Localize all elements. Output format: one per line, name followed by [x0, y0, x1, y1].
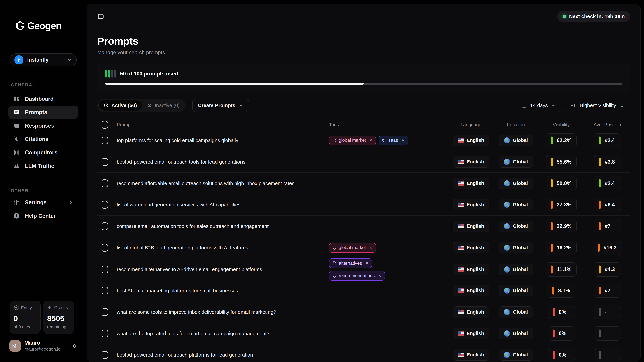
language-label: English — [466, 138, 484, 143]
globe-icon — [504, 159, 510, 165]
position-metric: - — [594, 305, 621, 319]
position-bar-icon — [599, 158, 601, 166]
sidebar-item-help-center[interactable]: Help Center — [8, 209, 78, 223]
sidebar-item-label: Competitors — [25, 149, 57, 156]
sidebar-item-prompts[interactable]: Prompts — [8, 106, 78, 119]
row-checkbox[interactable] — [102, 266, 108, 273]
status-dot-icon — [563, 15, 566, 18]
row-checkbox[interactable] — [102, 158, 108, 166]
workspace-selector[interactable]: Instantly — [10, 53, 77, 66]
table-row[interactable]: recommend alternatives to AI-driven emai… — [98, 258, 630, 280]
position-bar-icon — [599, 351, 601, 359]
credits-card-value: 8505 — [47, 314, 70, 323]
date-range-button[interactable]: 14 days — [516, 99, 561, 112]
row-checkbox[interactable] — [102, 244, 108, 252]
tab-active-label: Active (50) — [111, 103, 137, 108]
table-row[interactable]: list of warm lead generation services wi… — [98, 194, 630, 215]
globe-icon — [504, 267, 510, 273]
position-bar-icon — [599, 136, 601, 144]
row-checkbox[interactable] — [102, 308, 108, 316]
credits-card: Credits 8505 remaining — [43, 301, 74, 334]
us-flag-icon — [458, 289, 464, 293]
remove-tag-icon[interactable]: ✕ — [378, 273, 382, 278]
us-flag-icon — [458, 310, 464, 314]
row-checkbox[interactable] — [102, 287, 108, 295]
remove-tag-icon[interactable]: ✕ — [369, 245, 373, 250]
table-row[interactable]: best AI-powered email outreach platforms… — [98, 344, 630, 362]
sidebar-item-competitors[interactable]: Competitors — [8, 146, 78, 159]
geogen-logo-icon — [15, 20, 26, 31]
location-pill: Global — [499, 156, 533, 168]
column-header-tags: Tags — [322, 120, 448, 130]
sidebar-item-responses[interactable]: Responses — [8, 119, 78, 132]
table-row[interactable]: top platforms for scaling cold email cam… — [98, 130, 630, 151]
table-row[interactable]: what are the top-rated tools for smart e… — [98, 323, 630, 344]
prompt-text: recommend affordable email outreach solu… — [117, 180, 294, 186]
sidebar-item-settings[interactable]: Settings — [8, 196, 78, 209]
app-title: Geogen — [27, 20, 62, 31]
row-checkbox[interactable] — [102, 351, 108, 359]
table-row[interactable]: list of global B2B lead generation platf… — [98, 237, 630, 258]
prompts-icon — [13, 109, 20, 115]
create-prompts-button[interactable]: Create Prompts — [192, 99, 249, 112]
tag-pill[interactable]: global market✕ — [329, 243, 376, 253]
visibility-bar-icon — [551, 201, 553, 209]
sidebar: Geogen Instantly GENERAL Dashboard Promp… — [0, 0, 87, 362]
tab-active[interactable]: Active (50) — [98, 100, 142, 111]
table-row[interactable]: recommend affordable email outreach solu… — [98, 172, 630, 194]
tag-label: saas — [388, 138, 398, 143]
table-row[interactable]: best AI-powered email outreach tools for… — [98, 151, 630, 172]
us-flag-icon — [458, 246, 464, 250]
visibility-value: 0% — [559, 331, 566, 337]
position-bar-icon — [599, 266, 601, 274]
row-checkbox[interactable] — [102, 201, 108, 209]
row-checkbox[interactable] — [102, 137, 108, 144]
app-logo: Geogen — [15, 20, 62, 31]
tag-pill[interactable]: saas✕ — [379, 136, 408, 145]
language-label: English — [466, 267, 484, 272]
row-checkbox[interactable] — [102, 330, 108, 337]
prompts-table: Prompt Tags Language Location Visibility… — [97, 120, 630, 362]
tag-icon — [382, 138, 386, 143]
position-value: #6.4 — [605, 202, 615, 208]
competitors-icon — [13, 149, 20, 156]
sidebar-item-citations[interactable]: Citations — [8, 132, 78, 146]
workspace-label: Instantly — [27, 57, 48, 63]
sidebar-item-llm-traffic[interactable]: LLM Traffic — [8, 159, 78, 173]
sort-descending-icon — [570, 103, 576, 108]
tag-pill[interactable]: global market✕ — [329, 136, 376, 145]
visibility-bar-icon — [553, 308, 555, 316]
credits-card-sub: remaining — [47, 324, 70, 330]
sidebar-item-dashboard[interactable]: Dashboard — [8, 92, 78, 106]
remove-tag-icon[interactable]: ✕ — [365, 261, 368, 266]
tag-pill[interactable]: alternatives✕ — [329, 258, 372, 268]
globe-icon — [504, 202, 510, 208]
visibility-value: 27.8% — [557, 202, 572, 208]
remove-tag-icon[interactable]: ✕ — [369, 138, 373, 143]
select-all-checkbox[interactable] — [102, 121, 108, 129]
next-check-chip: Next check in: 19h 36m — [557, 11, 630, 22]
table-row[interactable]: best AI email marketing platforms for sm… — [98, 280, 630, 301]
row-checkbox[interactable] — [102, 179, 108, 187]
table-row[interactable]: what are some tools to improve inbox del… — [98, 301, 630, 323]
user-menu[interactable]: Mr Mauro mauro@geogen.io — [10, 340, 77, 352]
us-flag-icon — [458, 138, 464, 143]
sort-button[interactable]: Highest Visibility — [565, 99, 630, 112]
position-metric: - — [594, 348, 621, 362]
visibility-value: 16.2% — [557, 245, 572, 251]
tag-label: recommendations — [339, 273, 375, 278]
entity-card-value: 0 — [14, 314, 37, 323]
tag-icon — [332, 261, 337, 266]
position-bar-icon — [599, 179, 601, 187]
sidebar-toggle-icon[interactable] — [97, 13, 104, 20]
tag-pill[interactable]: recommendations✕ — [329, 271, 385, 281]
language-pill: English — [453, 306, 489, 318]
remove-tag-icon[interactable]: ✕ — [401, 138, 405, 143]
visibility-metric: 50.0% — [546, 176, 577, 190]
row-checkbox[interactable] — [102, 222, 108, 230]
tag-label: alternatives — [339, 261, 362, 266]
usage-cards: Entity 0 of 9 used Credits 8505 remainin… — [10, 301, 74, 334]
table-row[interactable]: compare email automation tools for sales… — [98, 215, 630, 237]
language-pill: English — [453, 156, 489, 168]
tab-inactive[interactable]: Inactive (0) — [142, 100, 185, 111]
